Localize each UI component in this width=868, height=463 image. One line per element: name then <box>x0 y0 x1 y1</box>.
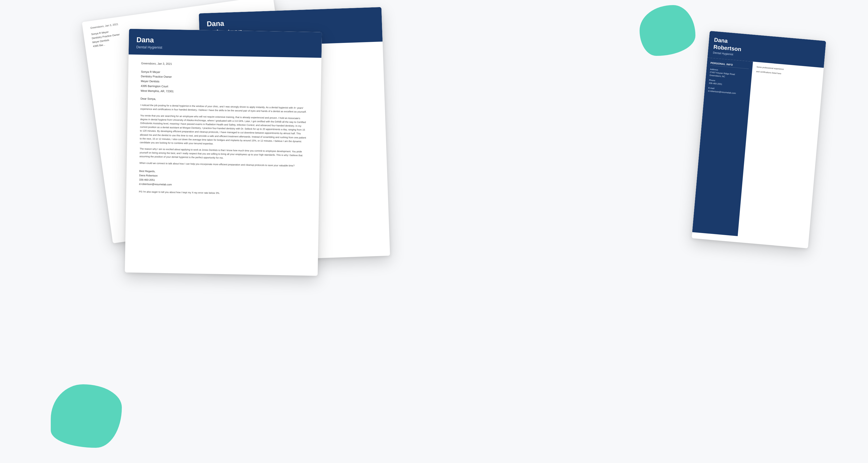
cover-para-1: I noticed the job posting for a dental h… <box>141 103 308 114</box>
decorative-blob-teal-bottom <box>51 384 122 448</box>
document-right-resume: Dana Robertson Dental Hygienist Personal… <box>692 31 826 248</box>
cover-date: Greensboro, Jan 3, 2021 <box>141 62 309 68</box>
front-header: Dana Dental Hygienist <box>129 29 322 58</box>
cover-para-2: You wrote that you are searching for an … <box>140 114 308 147</box>
cover-recipient: Sonya R Meyer Dentistry Practice Owner M… <box>141 69 309 96</box>
background: Greensboro, Jan 3, 2021 Sonya R Meyer De… <box>0 0 868 463</box>
right-personal-info-title: Personal Info <box>710 62 749 69</box>
cover-greeting: Dear Sonya, <box>141 97 308 103</box>
document-front-cover-letter: Dana Dental Hygienist Greensboro, Jan 3,… <box>125 29 322 276</box>
right-main: Some professional experience and certifi… <box>738 62 824 242</box>
cover-para-3: The reason why I am so excited about app… <box>140 147 307 161</box>
decorative-blob-teal-top <box>640 5 695 56</box>
cover-para-4: When could we connect to talk about how … <box>140 161 307 168</box>
cover-letter-body: Greensboro, Jan 3, 2021 Sonya R Meyer De… <box>126 54 321 206</box>
cover-ps: PS I'm also eager to tell you about how … <box>139 190 306 196</box>
cover-signature: Best Regards, Dana Robertson 336-460-205… <box>139 169 307 189</box>
